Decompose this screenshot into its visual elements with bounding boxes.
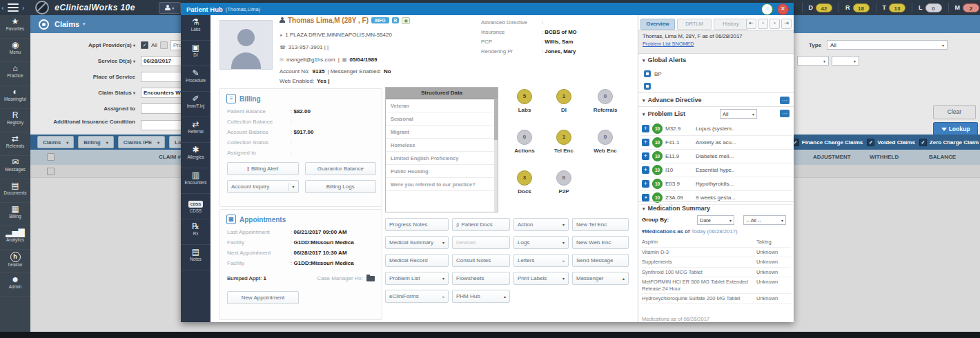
billing-action-button[interactable]: Guarantor Balance xyxy=(305,162,377,175)
scrollbar-thumb[interactable] xyxy=(494,99,498,140)
pager-button[interactable]: ⇤ xyxy=(746,19,756,29)
add-problem-icon[interactable]: + xyxy=(642,152,649,160)
add-problem-icon[interactable]: + xyxy=(642,166,649,174)
hub-action-button[interactable]: § Patient Docs xyxy=(452,218,510,231)
hub-nav-item[interactable]: ✐ Imm/T.Inj xyxy=(181,92,210,117)
hub-action-button[interactable]: Print Labels ▾ xyxy=(513,272,569,285)
hub-nav-item[interactable]: ℞ Rx xyxy=(181,219,210,245)
nav-forward-icon[interactable]: › xyxy=(22,3,25,12)
sidebar-item[interactable]: ◐ Meaningful xyxy=(0,86,30,109)
all-checkbox[interactable]: ✓ xyxy=(141,41,148,49)
sidebar-item[interactable]: ✉ Messages xyxy=(0,156,30,179)
toolbar-dropdown-button[interactable]: Claims IPE ▾ xyxy=(118,136,165,148)
alert-row[interactable]: BP xyxy=(644,68,794,80)
jellybean-counter[interactable]: D 42 xyxy=(802,3,839,12)
hub-counter[interactable]: 1 Tel Enc xyxy=(546,129,582,170)
hub-action-button[interactable]: Send Message xyxy=(572,254,629,267)
medications-as-of[interactable]: ▾Medications as of Today (06/28/2017) xyxy=(642,228,738,235)
billing-action-button[interactable]: Billing Logs xyxy=(305,180,377,193)
hub-nav-item[interactable]: ▥ Encounters xyxy=(181,168,210,194)
hub-nav-item[interactable]: ⚗ Labs xyxy=(181,15,210,41)
row-checkbox[interactable] xyxy=(47,168,55,175)
toolbar-dropdown-button[interactable]: Billing ▾ xyxy=(78,136,113,148)
problem-row[interactable]: + 10 F41.1 Anxiety as acu... xyxy=(640,136,792,150)
hub-counter[interactable]: 0 Referrals xyxy=(582,88,629,129)
jellybean-counter[interactable]: T 13 xyxy=(876,3,912,12)
hub-counter[interactable]: 5 Labs xyxy=(503,88,546,129)
hub-action-button[interactable]: Action ▾ xyxy=(513,218,569,231)
sidebar-item[interactable]: ⇄ Referrals xyxy=(0,132,30,156)
sidebar-item[interactable]: ★ Favorites xyxy=(0,15,30,39)
structured-data-item[interactable]: Migrant xyxy=(386,126,498,139)
snomed-link[interactable]: Problem List SNOMED xyxy=(643,41,790,47)
sidebar-item[interactable]: ▤ Documents xyxy=(0,179,30,203)
sidebar-item[interactable]: ⌂ Practice xyxy=(0,62,30,86)
r-badge[interactable]: R xyxy=(392,17,400,23)
jellybean-counter[interactable]: M 2 xyxy=(948,3,980,12)
jellybean-counter[interactable]: L 0 xyxy=(912,3,948,12)
provider-checkbox[interactable] xyxy=(160,41,168,49)
hub-action-button[interactable]: New Tel Enc xyxy=(572,218,629,231)
sidebar-item[interactable]: h healow xyxy=(0,250,30,273)
panel-tab[interactable]: DRTLM xyxy=(677,19,712,30)
chevron-down-icon[interactable]: ▾ xyxy=(83,21,86,27)
add-problem-icon[interactable]: + xyxy=(642,180,649,188)
sidebar-item[interactable]: ▦ Billing xyxy=(0,203,30,226)
nav-back-icon[interactable]: ‹ xyxy=(1,3,4,12)
jellybean-counter[interactable]: R 18 xyxy=(839,3,876,12)
structured-data-item[interactable]: Veteran xyxy=(386,99,498,112)
checkbox-checked[interactable]: ✓ xyxy=(919,139,927,146)
structured-data-item[interactable]: Were you referred to our practice? xyxy=(386,178,498,191)
add-problem-icon[interactable]: + xyxy=(642,125,649,132)
pager-button[interactable]: › xyxy=(770,19,780,29)
problem-row[interactable]: + 10 E03.9 Hypothyroidis... xyxy=(640,177,792,191)
hub-counter[interactable]: 0 Web Enc xyxy=(582,129,629,170)
hub-action-button[interactable]: New Web Enc xyxy=(572,236,629,249)
structured-data-item[interactable]: Seasonal xyxy=(386,112,498,126)
info-badge[interactable]: INFO xyxy=(371,17,389,23)
panel-tab[interactable]: History xyxy=(714,19,748,30)
global-alerts-header[interactable]: ▾Global Alerts xyxy=(643,57,686,63)
hub-nav-item[interactable]: ✱ Allergies xyxy=(181,143,210,168)
sidebar-item[interactable]: ◉ Menu xyxy=(0,39,30,62)
hub-action-button[interactable]: Problem List ▾ xyxy=(385,272,449,285)
add-problem-icon[interactable]: ▪ xyxy=(642,194,649,201)
patient-photo[interactable] xyxy=(219,20,273,70)
group-filter-select[interactable]: -- All --▾ xyxy=(743,215,786,225)
hamburger-menu-icon[interactable] xyxy=(8,3,19,12)
select-all-checkbox[interactable] xyxy=(47,153,55,161)
problem-row[interactable]: ▪ 10 Z3A.09 9 weeks gesta... xyxy=(640,191,792,205)
hub-action-button[interactable]: Progress Notes xyxy=(385,218,449,231)
hub-counter[interactable]: 0 Actions xyxy=(503,129,546,170)
problem-row[interactable]: + 10 I10 Essential hype.. xyxy=(640,163,792,177)
pager-button[interactable]: ⇥ xyxy=(781,19,792,29)
new-appointment-button[interactable]: New Appointment xyxy=(227,291,299,304)
structured-data-item[interactable]: Homeless xyxy=(386,139,498,152)
hub-action-button[interactable]: Medical Summary ▾ xyxy=(385,236,449,249)
folder-icon[interactable] xyxy=(366,276,375,281)
hub-counter[interactable]: 3 Docs xyxy=(503,170,546,210)
hub-action-button[interactable]: Consult Notes xyxy=(452,254,510,267)
advance-directive-header[interactable]: ▾Advance Directive xyxy=(643,97,702,103)
hub-action-button[interactable]: Medical Record xyxy=(385,254,449,267)
group-by-select[interactable]: Date▾ xyxy=(697,215,734,225)
advance-directive-more-button[interactable]: … xyxy=(780,97,790,104)
modal-title-bar[interactable]: Patient Hub (Thomas,Lima) ↺ ✕ xyxy=(181,3,794,15)
webcam-icon[interactable]: ◉ xyxy=(402,17,410,24)
structured-data-item[interactable]: Limited English Proficiency xyxy=(386,152,498,165)
hub-nav-item[interactable]: ⇄ Referral xyxy=(181,117,210,143)
hub-action-button[interactable]: Devices xyxy=(452,236,510,249)
hub-nav-item[interactable]: CDSS CDSS xyxy=(181,194,210,219)
problem-list-header[interactable]: ▾Problem List xyxy=(643,110,685,117)
toolbar-dropdown-button[interactable]: Claims ▾ xyxy=(37,136,74,148)
mini-select-2[interactable]: ▾ xyxy=(832,56,859,66)
hub-action-button[interactable]: eCliniForms » xyxy=(385,290,449,303)
mini-select-1[interactable]: ▾ xyxy=(797,56,829,66)
hub-action-button[interactable]: Logs ▾ xyxy=(513,236,569,249)
sidebar-item[interactable]: ▂▅▇ Analytics xyxy=(0,226,30,250)
hub-action-button[interactable]: Flowsheets xyxy=(452,272,510,285)
medication-summary-header[interactable]: ▾Medication Summary xyxy=(643,205,710,212)
close-button[interactable]: ✕ xyxy=(777,3,789,15)
problem-row[interactable]: + 10 M32.9 Lupus (system.. xyxy=(640,122,792,136)
billing-action-button[interactable]: ! Billing Alert xyxy=(227,162,299,175)
